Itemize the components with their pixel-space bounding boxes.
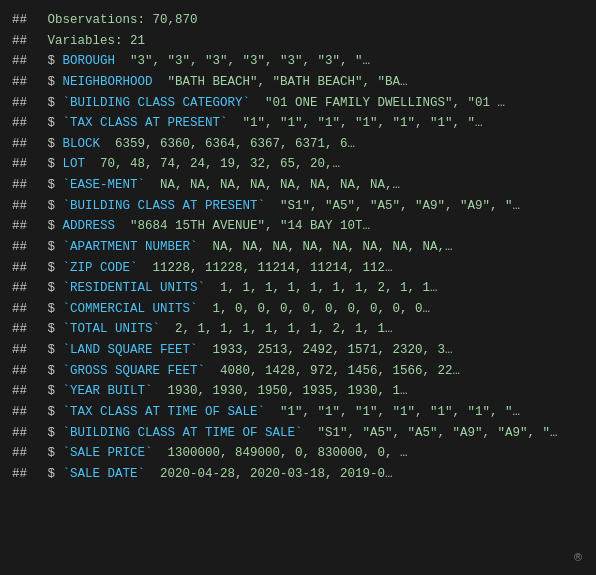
var-name: `ZIP CODE` bbox=[63, 258, 138, 279]
var-name: `SALE PRICE` bbox=[63, 443, 153, 464]
var-values: NA, NA, NA, NA, NA, NA, NA, NA,… bbox=[153, 175, 401, 196]
line-dollar: $ bbox=[40, 381, 63, 402]
code-line: ## $ `TAX CLASS AT PRESENT` "1", "1", "1… bbox=[12, 113, 584, 134]
code-line: ## $ `GROSS SQUARE FEET` 4080, 1428, 972… bbox=[12, 361, 584, 382]
line-content: Variables: 21 bbox=[40, 31, 145, 52]
var-name: `YEAR BUILT` bbox=[63, 381, 153, 402]
line-dollar: $ bbox=[40, 175, 63, 196]
line-prefix: ## bbox=[12, 216, 40, 237]
var-values: "8684 15TH AVENUE", "14 BAY 10T… bbox=[123, 216, 371, 237]
var-values: 1, 0, 0, 0, 0, 0, 0, 0, 0, 0… bbox=[205, 299, 430, 320]
code-output: ## Observations: 70,870## Variables: 21#… bbox=[0, 0, 596, 494]
line-dollar: $ bbox=[40, 340, 63, 361]
var-values: 1930, 1930, 1950, 1935, 1930, 1… bbox=[160, 381, 408, 402]
line-prefix: ## bbox=[12, 402, 40, 423]
line-dollar: $ bbox=[40, 464, 63, 485]
watermark: ® bbox=[572, 551, 584, 563]
line-prefix: ## bbox=[12, 93, 40, 114]
var-name: `GROSS SQUARE FEET` bbox=[63, 361, 206, 382]
data-type bbox=[198, 299, 206, 320]
data-type bbox=[153, 72, 161, 93]
line-prefix: ## bbox=[12, 423, 40, 444]
var-name: `LAND SQUARE FEET` bbox=[63, 340, 198, 361]
line-prefix: ## bbox=[12, 278, 40, 299]
line-prefix: ## bbox=[12, 237, 40, 258]
var-name: `TAX CLASS AT TIME OF SALE` bbox=[63, 402, 266, 423]
code-line: ## $ `SALE PRICE` 1300000, 849000, 0, 83… bbox=[12, 443, 584, 464]
line-dollar: $ bbox=[40, 361, 63, 382]
data-type bbox=[115, 51, 123, 72]
line-dollar: $ bbox=[40, 423, 63, 444]
line-dollar: $ bbox=[40, 113, 63, 134]
code-line: ## $ `SALE DATE` 2020-04-28, 2020-03-18,… bbox=[12, 464, 584, 485]
line-prefix: ## bbox=[12, 340, 40, 361]
var-values: "01 ONE FAMILY DWELLINGS", "01 … bbox=[258, 93, 506, 114]
data-type bbox=[265, 402, 273, 423]
line-dollar: $ bbox=[40, 196, 63, 217]
code-line: ## $ ADDRESS "8684 15TH AVENUE", "14 BAY… bbox=[12, 216, 584, 237]
line-prefix: ## bbox=[12, 72, 40, 93]
var-name: BOROUGH bbox=[63, 51, 116, 72]
var-values: NA, NA, NA, NA, NA, NA, NA, NA,… bbox=[205, 237, 453, 258]
code-line: ## $ `RESIDENTIAL UNITS` 1, 1, 1, 1, 1, … bbox=[12, 278, 584, 299]
var-name: `BUILDING CLASS CATEGORY` bbox=[63, 93, 251, 114]
var-name: `BUILDING CLASS AT TIME OF SALE` bbox=[63, 423, 303, 444]
line-prefix: ## bbox=[12, 381, 40, 402]
code-line: ## $ LOT 70, 48, 74, 24, 19, 32, 65, 20,… bbox=[12, 154, 584, 175]
var-values: "3", "3", "3", "3", "3", "3", "… bbox=[123, 51, 371, 72]
data-type bbox=[265, 196, 273, 217]
var-name: `COMMERCIAL UNITS` bbox=[63, 299, 198, 320]
data-type bbox=[198, 237, 206, 258]
line-dollar: $ bbox=[40, 258, 63, 279]
line-prefix: ## bbox=[12, 464, 40, 485]
line-dollar: $ bbox=[40, 402, 63, 423]
line-prefix: ## bbox=[12, 258, 40, 279]
data-type bbox=[153, 381, 161, 402]
code-line: ## $ `LAND SQUARE FEET` 1933, 2513, 2492… bbox=[12, 340, 584, 361]
var-values: 1300000, 849000, 0, 830000, 0, … bbox=[160, 443, 408, 464]
data-type bbox=[205, 361, 213, 382]
code-line: ## $ BLOCK 6359, 6360, 6364, 6367, 6371,… bbox=[12, 134, 584, 155]
var-name: `TOTAL UNITS` bbox=[63, 319, 161, 340]
data-type bbox=[153, 443, 161, 464]
line-content: Observations: 70,870 bbox=[40, 10, 198, 31]
line-prefix: ## bbox=[12, 154, 40, 175]
var-name: `RESIDENTIAL UNITS` bbox=[63, 278, 206, 299]
var-values: 2020-04-28, 2020-03-18, 2019-0… bbox=[153, 464, 393, 485]
data-type bbox=[250, 93, 258, 114]
line-prefix: ## bbox=[12, 10, 40, 31]
line-prefix: ## bbox=[12, 319, 40, 340]
line-dollar: $ bbox=[40, 278, 63, 299]
line-dollar: $ bbox=[40, 237, 63, 258]
var-name: NEIGHBORHOOD bbox=[63, 72, 153, 93]
var-name: `EASE-MENT` bbox=[63, 175, 146, 196]
var-values: 70, 48, 74, 24, 19, 32, 65, 20,… bbox=[93, 154, 341, 175]
code-line: ## $ `BUILDING CLASS AT PRESENT` "S1", "… bbox=[12, 196, 584, 217]
data-type bbox=[100, 134, 108, 155]
var-name: `BUILDING CLASS AT PRESENT` bbox=[63, 196, 266, 217]
line-prefix: ## bbox=[12, 31, 40, 52]
line-dollar: $ bbox=[40, 134, 63, 155]
var-values: 1933, 2513, 2492, 1571, 2320, 3… bbox=[205, 340, 453, 361]
data-type bbox=[205, 278, 213, 299]
data-type bbox=[160, 319, 168, 340]
code-line: ## $ `COMMERCIAL UNITS` 1, 0, 0, 0, 0, 0… bbox=[12, 299, 584, 320]
line-dollar: $ bbox=[40, 93, 63, 114]
code-line: ## $ BOROUGH "3", "3", "3", "3", "3", "3… bbox=[12, 51, 584, 72]
var-values: "S1", "A5", "A5", "A9", "A9", "… bbox=[273, 196, 521, 217]
code-line: ## Observations: 70,870 bbox=[12, 10, 584, 31]
code-line: ## $ `BUILDING CLASS AT TIME OF SALE` "S… bbox=[12, 423, 584, 444]
line-prefix: ## bbox=[12, 134, 40, 155]
line-dollar: $ bbox=[40, 51, 63, 72]
code-line: ## $ `BUILDING CLASS CATEGORY` "01 ONE F… bbox=[12, 93, 584, 114]
var-values: "1", "1", "1", "1", "1", "1", "… bbox=[273, 402, 521, 423]
line-dollar: $ bbox=[40, 319, 63, 340]
line-prefix: ## bbox=[12, 361, 40, 382]
line-prefix: ## bbox=[12, 175, 40, 196]
line-prefix: ## bbox=[12, 299, 40, 320]
line-dollar: $ bbox=[40, 216, 63, 237]
line-prefix: ## bbox=[12, 113, 40, 134]
data-type bbox=[115, 216, 123, 237]
code-line: ## $ `ZIP CODE` 11228, 11228, 11214, 112… bbox=[12, 258, 584, 279]
var-name: BLOCK bbox=[63, 134, 101, 155]
